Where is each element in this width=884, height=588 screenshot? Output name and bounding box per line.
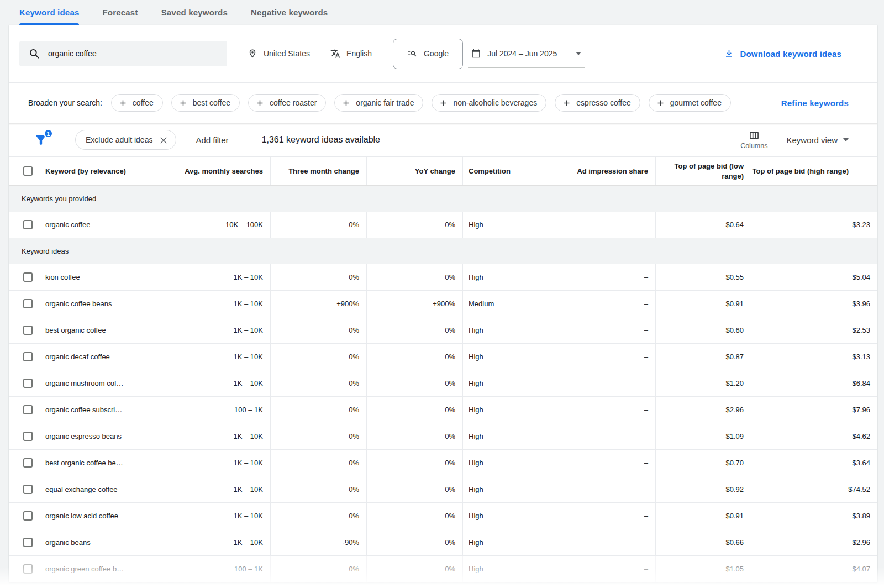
tab-forecast[interactable]: Forecast: [102, 0, 138, 25]
plus-icon: [341, 98, 351, 108]
cell-three-month-change: -90%: [271, 529, 367, 555]
broaden-chip-gourmet-coffee[interactable]: gourmet coffee: [649, 94, 731, 112]
keyword-label: best organic coffee be…: [45, 459, 123, 467]
cell-top-of-page-bid-high: $2.96: [751, 529, 877, 555]
header-competition[interactable]: Competition: [463, 157, 559, 185]
cell-three-month-change: 0%: [271, 450, 367, 476]
exclude-adult-ideas-chip[interactable]: Exclude adult ideas: [75, 130, 176, 150]
broaden-chip-coffee[interactable]: coffee: [111, 94, 163, 112]
row-checkbox[interactable]: [23, 405, 33, 414]
cell-yoy-change: +900%: [367, 291, 463, 317]
close-icon[interactable]: [159, 135, 169, 145]
refine-keywords-button[interactable]: Refine keywords: [781, 98, 849, 108]
header-three-month-change[interactable]: Three month change: [271, 157, 367, 185]
tab-negative-keywords[interactable]: Negative keywords: [251, 0, 328, 25]
chip-label: espresso coffee: [576, 98, 631, 107]
broaden-chip-non-alcoholic-beverages[interactable]: non-alcoholic beverages: [432, 94, 546, 112]
cell-top-of-page-bid-low: $0.91: [656, 291, 751, 317]
row-checkbox[interactable]: [23, 485, 33, 494]
row-checkbox[interactable]: [23, 326, 33, 335]
table-row: organic coffee beans1K – 10K+900%+900%Me…: [9, 291, 877, 317]
keyword-planner-card: United States English Google Jul 2024 – …: [9, 25, 877, 582]
header-top-of-page-bid-high[interactable]: Top of page bid (high range): [751, 157, 877, 185]
tab-saved-keywords[interactable]: Saved keywords: [161, 0, 228, 25]
keyword-label: organic low acid coffee: [45, 512, 118, 520]
cell-yoy-change: 0%: [367, 450, 463, 476]
chip-label: gourmet coffee: [670, 98, 722, 107]
search-network-icon: [407, 49, 417, 59]
cell-yoy-change: 0%: [367, 317, 463, 343]
add-filter-button[interactable]: Add filter: [196, 135, 228, 145]
language-selector[interactable]: English: [330, 49, 372, 59]
broaden-chip-coffee-roaster[interactable]: coffee roaster: [248, 94, 326, 112]
cell-keyword: organic espresso beans: [9, 423, 136, 449]
broaden-chip-espresso-coffee[interactable]: espresso coffee: [555, 94, 640, 112]
search-toolbar: United States English Google Jul 2024 – …: [9, 25, 877, 83]
section-label: Keywords you provided: [22, 195, 96, 203]
download-keyword-ideas-button[interactable]: Download keyword ideas: [724, 49, 841, 59]
cell-keyword: organic coffee: [9, 212, 136, 238]
row-checkbox[interactable]: [23, 538, 33, 547]
table-row: best organic coffee be…1K – 10K0%0%High–…: [9, 450, 877, 476]
row-checkbox[interactable]: [23, 458, 33, 468]
cell-top-of-page-bid-low: $0.91: [656, 503, 751, 529]
cell-three-month-change: 0%: [271, 423, 367, 449]
cell-keyword: organic mushroom cof…: [9, 370, 136, 396]
keyword-view-dropdown[interactable]: Keyword view: [786, 135, 849, 145]
cell-competition: High: [463, 423, 559, 449]
network-selector[interactable]: Google: [393, 39, 463, 69]
chip-label: non-alcoholic beverages: [453, 98, 537, 107]
cell-top-of-page-bid-low: $0.66: [656, 529, 751, 555]
row-checkbox[interactable]: [23, 352, 33, 361]
tab-keyword-ideas[interactable]: Keyword ideas: [19, 0, 79, 25]
columns-label: Columns: [740, 142, 767, 150]
header-avg-monthly-searches[interactable]: Avg. monthly searches: [136, 157, 271, 185]
row-checkbox[interactable]: [23, 564, 33, 574]
cell-yoy-change: 0%: [367, 264, 463, 290]
cell-ad-impression-share: –: [559, 370, 656, 396]
table-row: organic mushroom cof…1K – 10K0%0%High–$1…: [9, 370, 877, 397]
search-icon: [29, 48, 40, 59]
broaden-chip-best-coffee[interactable]: best coffee: [171, 94, 240, 112]
search-input[interactable]: [48, 49, 219, 58]
header-top-of-page-bid-low[interactable]: Top of page bid (low range): [656, 157, 751, 185]
cell-ad-impression-share: –: [559, 264, 656, 290]
columns-button[interactable]: Columns: [740, 130, 767, 150]
keyword-label: organic espresso beans: [45, 432, 122, 440]
header-ad-impression-share[interactable]: Ad impression share: [559, 157, 656, 185]
header-yoy-change[interactable]: YoY change: [367, 157, 463, 185]
cell-keyword: kion coffee: [9, 264, 136, 290]
cell-top-of-page-bid-high: $3.64: [751, 450, 877, 476]
header-label: Avg. monthly searches: [185, 166, 263, 176]
search-box[interactable]: [19, 41, 227, 66]
cell-three-month-change: 0%: [271, 503, 367, 529]
cell-three-month-change: 0%: [271, 370, 367, 396]
row-checkbox[interactable]: [23, 379, 33, 388]
row-checkbox[interactable]: [23, 511, 33, 521]
row-checkbox[interactable]: [23, 432, 33, 441]
header-label: YoY change: [415, 166, 455, 176]
header-label: Top of page bid (low range): [656, 161, 744, 181]
cell-competition: High: [463, 529, 559, 555]
chip-label: coffee roaster: [270, 98, 317, 107]
header-keyword[interactable]: Keyword (by relevance): [9, 157, 136, 185]
cell-top-of-page-bid-low: $0.55: [656, 264, 751, 290]
download-icon: [724, 49, 734, 59]
cell-ad-impression-share: –: [559, 317, 656, 343]
keyword-label: organic coffee subscri…: [45, 406, 122, 414]
broaden-label: Broaden your search:: [28, 98, 102, 107]
date-range-selector[interactable]: Jul 2024 – Jun 2025: [468, 39, 585, 68]
cell-keyword: best organic coffee: [9, 317, 136, 343]
location-selector[interactable]: United States: [248, 49, 310, 59]
date-range-label: Jul 2024 – Jun 2025: [487, 49, 557, 58]
row-checkbox[interactable]: [23, 299, 33, 308]
select-all-checkbox[interactable]: [23, 166, 33, 176]
broaden-chip-organic-fair-trade[interactable]: organic fair trade: [334, 94, 423, 112]
row-checkbox[interactable]: [23, 272, 33, 282]
cell-avg-monthly-searches: 100 – 1K: [136, 556, 271, 582]
cell-top-of-page-bid-low: $0.64: [656, 212, 751, 238]
cell-three-month-change: 0%: [271, 397, 367, 423]
filter-button[interactable]: 1: [34, 133, 48, 147]
row-checkbox[interactable]: [23, 220, 33, 229]
chevron-down-icon: [576, 52, 581, 55]
